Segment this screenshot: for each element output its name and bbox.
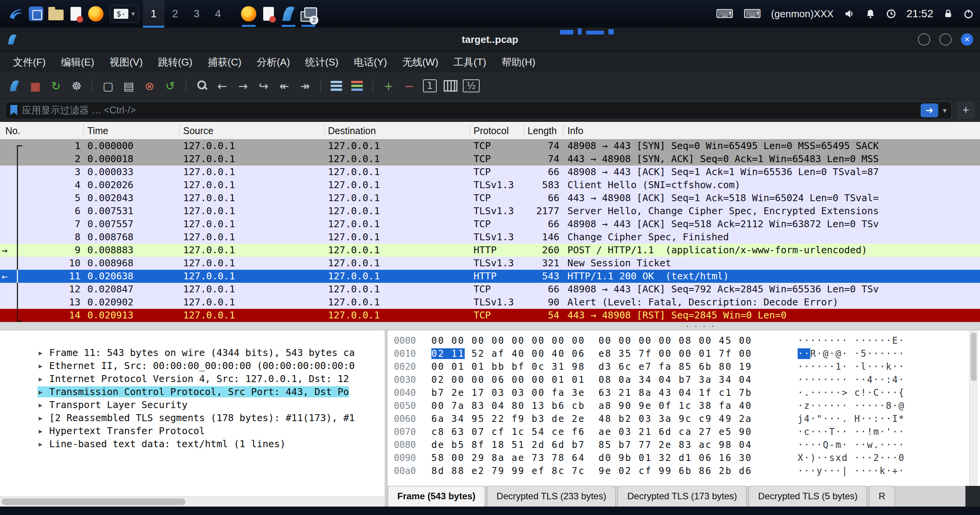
taskbar-window-wireshark[interactable] [279, 0, 298, 28]
kali-menu-button[interactable] [6, 0, 26, 28]
menu-item[interactable]: 电话(Y) [346, 51, 395, 73]
go-forward-icon[interactable]: → [233, 76, 253, 95]
packet-row[interactable]: 3 0.000033 127.0.0.1 127.0.0.1 TCP 66 48… [0, 166, 980, 179]
open-file-icon[interactable]: ▢ [98, 76, 118, 95]
keyboard-layout-icon[interactable]: ⌨ [716, 7, 733, 21]
hex-row[interactable]: 0060 6a 34 95 22 f9 b3 de 2e 48 b2 03 3a… [388, 412, 980, 425]
hex-row[interactable]: 0090 58 00 29 8a ae 73 78 64 d0 9b 01 32… [388, 451, 980, 464]
pane-splitter[interactable] [0, 322, 980, 330]
capture-options-icon[interactable]: ☸ [67, 76, 87, 95]
save-file-icon[interactable]: ▤ [119, 76, 139, 95]
vertical-splitter[interactable] [385, 330, 388, 507]
update-status-icon[interactable] [886, 8, 896, 19]
hex-row[interactable]: 0040 b7 2e 17 03 03 00 fa 3e 63 21 8a 43… [388, 386, 980, 399]
menu-item[interactable]: 编辑(E) [53, 51, 102, 73]
details-horizontal-scrollbar[interactable] [0, 497, 385, 507]
app-launcher-editor[interactable] [66, 0, 86, 28]
packet-row[interactable]: 5 0.002043 127.0.0.1 127.0.0.1 TCP 66 44… [0, 192, 980, 205]
hex-row[interactable]: 0050 00 7a 83 04 80 13 b6 cb a8 90 9e 0f… [388, 399, 980, 412]
packet-row[interactable]: → 9 0.008883 127.0.0.1 127.0.0.1 HTTP 26… [0, 244, 980, 257]
auto-scroll-icon[interactable] [326, 76, 346, 95]
hex-row[interactable]: 0070 c8 63 07 cf 1c 54 ce f6 ae 03 21 6d… [388, 425, 980, 438]
packet-row[interactable]: 13 0.020902 127.0.0.1 127.0.0.1 TLSv1.3 … [0, 296, 980, 309]
volume-icon[interactable] [844, 8, 855, 20]
byte-view-tab[interactable]: Decrypted TLS (5 bytes) [749, 486, 867, 507]
zoom-out-icon[interactable]: − [399, 76, 419, 95]
taskbar-window-editor[interactable] [259, 0, 279, 28]
clock[interactable]: 21:52 [906, 8, 933, 20]
toolbar-separator[interactable] [92, 79, 93, 92]
menu-item[interactable]: 视图(V) [102, 51, 151, 73]
packet-row[interactable]: 14 0.020913 127.0.0.1 127.0.0.1 TCP 54 4… [0, 309, 980, 322]
packet-row[interactable]: 8 0.008768 127.0.0.1 127.0.0.1 TLSv1.3 1… [0, 231, 980, 244]
menu-item[interactable]: 捕获(C) [200, 51, 249, 73]
packet-row[interactable]: 6 0.007531 127.0.0.1 127.0.0.1 TLSv1.3 2… [0, 205, 980, 218]
hex-row[interactable]: 0010 02 11 52 af 40 00 40 06 e8 35 7f 00… [388, 347, 980, 360]
workspace-button[interactable]: 1 [143, 0, 164, 28]
packet-row[interactable]: 10 0.008968 127.0.0.1 127.0.0.1 TLSv1.3 … [0, 257, 980, 270]
colorize-icon[interactable] [347, 76, 367, 95]
workspace-button[interactable]: 2 [164, 0, 186, 28]
column-header[interactable]: Destination [328, 122, 376, 139]
notifications-bell-icon[interactable] [865, 8, 876, 19]
terminal-launcher[interactable]: $- ▾ [110, 5, 139, 23]
packet-row[interactable]: 4 0.002026 127.0.0.1 127.0.0.1 TLSv1.3 5… [0, 179, 980, 192]
app-launcher-firefox[interactable] [86, 0, 106, 28]
app-launcher-files[interactable] [46, 0, 66, 28]
menu-item[interactable]: 帮助(H) [494, 51, 543, 73]
taskbar-window-group[interactable]: 2 [298, 0, 318, 28]
byte-view-tab[interactable]: Decrypted TLS (233 bytes) [487, 486, 616, 507]
detail-line[interactable]: Frame 11: 543 bytes on wire (4344 bits),… [0, 333, 385, 346]
menu-item[interactable]: 统计(S) [298, 51, 346, 73]
start-capture-icon[interactable] [5, 76, 25, 95]
column-header[interactable]: Source [183, 122, 213, 139]
hex-vertical-scrollbar[interactable] [969, 330, 978, 486]
app-launcher-code[interactable] [26, 0, 46, 28]
lock-icon[interactable] [943, 8, 953, 19]
toolbar-separator[interactable] [372, 79, 373, 92]
hex-row[interactable]: 0080 de b5 8f 18 51 2d 6d b7 85 b7 77 2e… [388, 438, 980, 451]
last-packet-icon[interactable]: ↠ [295, 76, 315, 95]
packet-row[interactable]: 7 0.007557 127.0.0.1 127.0.0.1 TCP 66 48… [0, 218, 980, 231]
apply-filter-button[interactable]: ➔ [921, 103, 938, 117]
scrollbar-thumb[interactable] [971, 333, 977, 381]
display-filter-field[interactable]: ➔ ▾ [5, 102, 952, 119]
menu-item[interactable]: 跳转(G) [151, 51, 200, 73]
window-titlebar[interactable]: target..pcap ✕ [0, 28, 980, 51]
column-header[interactable]: Time [87, 122, 108, 139]
packet-row[interactable]: 2 0.000018 127.0.0.1 127.0.0.1 TCP 74 44… [0, 153, 980, 166]
reload-file-icon[interactable]: ↺ [160, 76, 180, 95]
menu-item[interactable]: 分析(A) [249, 51, 298, 73]
column-header[interactable]: Protocol [474, 122, 509, 139]
close-file-icon[interactable]: ⊗ [139, 76, 159, 95]
maximize-button[interactable] [939, 33, 952, 46]
toolbar-separator[interactable] [320, 79, 321, 92]
fit-columns-icon[interactable] [441, 76, 461, 95]
close-button[interactable]: ✕ [961, 33, 973, 46]
minimize-button[interactable] [918, 33, 930, 46]
column-header[interactable]: Info [567, 122, 583, 139]
hex-row[interactable]: 0030 02 00 00 06 00 00 01 01 08 0a 34 04… [388, 373, 980, 386]
scrollbar-thumb[interactable] [2, 499, 185, 505]
chevron-down-icon[interactable]: ▾ [131, 10, 135, 18]
add-filter-button[interactable]: + [957, 102, 975, 119]
menu-item[interactable]: 工具(T) [446, 51, 494, 73]
goto-packet-icon[interactable]: ↪ [254, 76, 274, 95]
display-filter-input[interactable] [22, 105, 916, 116]
keyboard-indicator-icon[interactable]: ⌨ [743, 7, 761, 21]
restart-capture-icon[interactable]: ↻ [46, 76, 66, 95]
go-back-icon[interactable]: ← [212, 76, 232, 95]
menu-item[interactable]: 文件(F) [5, 51, 53, 73]
taskbar-window-firefox[interactable] [239, 0, 259, 28]
byte-view-tab[interactable]: Frame (543 bytes) [388, 486, 485, 507]
zoom-in-icon[interactable]: + [379, 76, 398, 95]
hex-row[interactable]: 0000 00 00 00 00 00 00 00 00 00 00 00 00… [388, 334, 980, 347]
packet-row[interactable]: ← 11 0.020638 127.0.0.1 127.0.0.1 HTTP 5… [0, 270, 980, 283]
stop-capture-icon[interactable]: ■ [25, 76, 45, 95]
packet-row[interactable]: 1 0.000000 127.0.0.1 127.0.0.1 TCP 74 48… [0, 139, 980, 153]
workspace-button[interactable]: 3 [186, 0, 207, 28]
column-header[interactable]: No. [5, 122, 20, 139]
find-packet-icon[interactable] [192, 76, 211, 95]
column-header[interactable]: Length [528, 122, 557, 139]
workspace-button[interactable]: 4 [207, 0, 229, 28]
